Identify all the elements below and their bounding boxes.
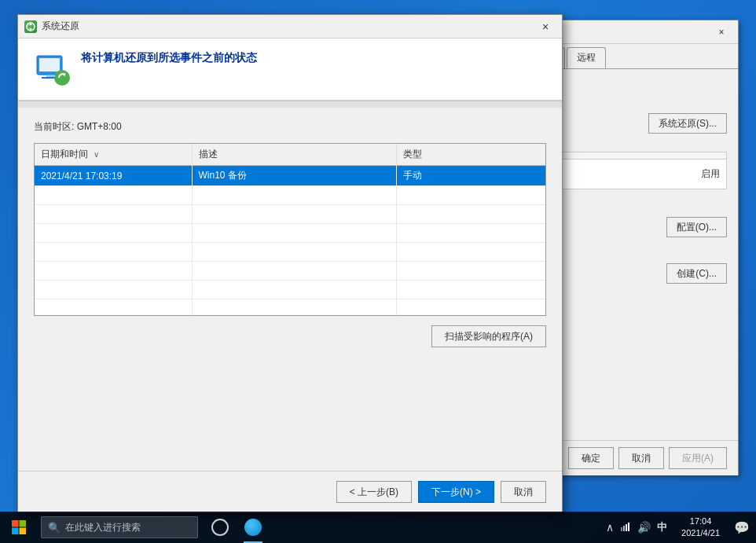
restore-header-text: 将计算机还原到所选事件之前的状态: [81, 51, 257, 68]
restore-header: 将计算机还原到所选事件之前的状态: [18, 39, 562, 101]
restore-main: 当前时区: GMT+8:00 日期和时间 ∨ 描述: [18, 108, 562, 471]
recycle-icon: [25, 21, 36, 32]
svg-rect-15: [621, 527, 622, 531]
restore-table-wrapper: 日期和时间 ∨ 描述 类型: [34, 143, 546, 316]
tab-remote[interactable]: 远程: [567, 47, 606, 68]
restore-table: 日期和时间 ∨ 描述 类型: [35, 144, 545, 316]
row-date: 2021/4/21 17:03:19: [35, 166, 192, 186]
enabled-label: 启用: [701, 167, 720, 181]
cancel-button-restore[interactable]: 取消: [501, 481, 546, 503]
task-view-button[interactable]: [204, 512, 236, 543]
notification-icon: 💬: [734, 520, 750, 535]
apply-button[interactable]: 应用(A): [669, 447, 727, 469]
config-button[interactable]: 配置(O)...: [666, 217, 727, 237]
clock-date: 2021/4/21: [681, 527, 720, 539]
taskbar-right: ∧ 🔊 中 17:04 2021/4/21: [600, 512, 756, 543]
volume-icon[interactable]: 🔊: [636, 521, 652, 534]
restore-table-head: 日期和时间 ∨ 描述 类型: [35, 144, 545, 166]
taskbar-clock[interactable]: 17:04 2021/4/21: [673, 512, 728, 543]
svg-rect-6: [39, 58, 60, 72]
restore-header-icon-area: [34, 51, 72, 89]
table-row: [35, 243, 545, 262]
restore-dialog: 系统还原 ×: [17, 14, 563, 513]
restore-titlebar: 系统还原 ×: [18, 15, 562, 39]
sys-restore-btn-wrap: 系统还原(S)...: [648, 113, 727, 134]
restore-dialog-title: 系统还原: [42, 20, 535, 33]
col-desc-label: 描述: [199, 149, 218, 160]
col-type-label: 类型: [403, 149, 422, 160]
table-row: [35, 205, 545, 224]
restore-table-body: 2021/4/21 17:03:19 Win10 备份 手动: [35, 166, 545, 317]
restore-scan-area: 扫描受影响的程序(A): [34, 325, 546, 347]
taskbar-search-bar[interactable]: 🔍 在此键入进行搜索: [41, 516, 198, 538]
windows-logo-icon: [11, 519, 27, 535]
svg-rect-18: [628, 523, 629, 531]
search-icon: 🔍: [48, 522, 61, 534]
col-date: 日期和时间 ∨: [35, 144, 192, 166]
restore-timezone: 当前时区: GMT+8:00: [34, 120, 546, 134]
scan-programs-button[interactable]: 扫描受影响的程序(A): [431, 325, 546, 347]
row-desc: Win10 备份: [192, 166, 396, 186]
restore-header-title: 将计算机还原到所选事件之前的状态: [81, 51, 257, 65]
svg-rect-13: [12, 528, 19, 535]
table-row[interactable]: 2021/4/21 17:03:19 Win10 备份 手动: [35, 166, 545, 186]
restore-table-header-row: 日期和时间 ∨ 描述 类型: [35, 144, 545, 166]
clock-time: 17:04: [690, 515, 712, 527]
restore-dialog-inner: 将计算机还原到所选事件之前的状态 当前时区: GMT+8:00 日期和时间: [18, 39, 562, 512]
table-row: [35, 262, 545, 281]
restore-header-icon: [34, 51, 72, 89]
svg-rect-16: [623, 526, 625, 531]
svg-rect-12: [20, 520, 27, 527]
cancel-button-sysProps[interactable]: 取消: [618, 447, 664, 469]
restore-footer: < 上一步(B) 下一步(N) > 取消: [18, 471, 562, 512]
restore-close-button[interactable]: ×: [535, 18, 556, 35]
taskbar-search-placeholder: 在此键入进行搜索: [65, 521, 141, 534]
svg-rect-14: [20, 528, 27, 535]
network-icon[interactable]: [618, 521, 633, 534]
restore-title-icon: [24, 20, 37, 33]
svg-point-9: [54, 70, 70, 86]
notification-button[interactable]: 💬: [728, 512, 756, 543]
svg-rect-17: [626, 524, 627, 531]
start-button[interactable]: [0, 512, 38, 543]
taskbar: 🔍 在此键入进行搜索 ∧: [0, 512, 756, 543]
create-button[interactable]: 创建(C)...: [666, 263, 727, 284]
table-row: [35, 224, 545, 243]
globe-icon: [244, 519, 262, 536]
system-restore-button[interactable]: 系统还原(S)...: [648, 113, 727, 134]
task-view-icon: [211, 519, 229, 536]
table-row: [35, 281, 545, 299]
restore-separator: [18, 101, 562, 108]
col-date-sort-arrow: ∨: [94, 150, 99, 159]
col-type: 类型: [396, 144, 545, 166]
taskbar-items: [204, 512, 269, 543]
ok-button[interactable]: 确定: [568, 447, 614, 469]
row-type: 手动: [396, 166, 545, 186]
system-tray: ∧ 🔊 中: [600, 512, 673, 543]
svg-rect-7: [46, 75, 54, 77]
system-props-close-button[interactable]: ×: [711, 24, 732, 41]
table-row: [35, 299, 545, 317]
table-row: [35, 186, 545, 205]
language-indicator[interactable]: 中: [655, 520, 669, 534]
window-controls: ×: [711, 24, 732, 41]
svg-rect-11: [12, 520, 19, 527]
tray-expand-icon[interactable]: ∧: [604, 521, 615, 534]
desktop: 系统属性 × 计算机名 硬件 高级 系统保护 远程 系统更改。: [0, 0, 756, 543]
back-button[interactable]: < 上一步(B): [336, 481, 412, 503]
taskbar-active-app[interactable]: [237, 512, 269, 543]
col-date-label: 日期和时间: [41, 149, 88, 160]
next-button[interactable]: 下一步(N) >: [418, 481, 494, 503]
col-desc: 描述: [192, 144, 396, 166]
